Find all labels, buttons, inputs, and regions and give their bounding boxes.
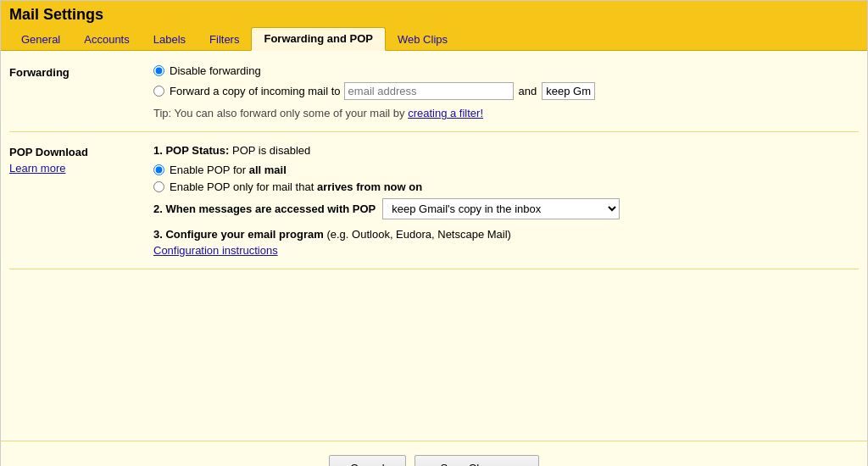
forward-copy-radio[interactable] [153, 86, 164, 97]
pop-enable-now-row: Enable POP only for mail that arrives fr… [153, 180, 859, 193]
when-messages-label: 2. When messages are accessed with POP [153, 202, 376, 215]
pop-enable-now-radio[interactable] [153, 181, 164, 192]
configure-examples: (e.g. Outlook, Eudora, Netscape Mail) [326, 228, 511, 241]
forwarding-section: Forwarding Disable forwarding Forward a … [9, 64, 859, 132]
forward-copy-label: Forward a copy of incoming mail to [170, 85, 341, 97]
forward-copy-row: Forward a copy of incoming mail to and k… [153, 82, 859, 100]
disable-forwarding-label: Disable forwarding [170, 64, 261, 77]
page-title: Mail Settings [9, 6, 859, 24]
pop-status-value: POP is disabled [232, 144, 310, 157]
main-content: Forwarding Disable forwarding Forward a … [1, 51, 867, 441]
pop-content: 1. POP Status: POP is disabled Enable PO… [153, 144, 859, 257]
keep-gmail-option: keep Gm [542, 82, 595, 100]
configure-label: 3. Configure your email program (e.g. Ou… [153, 228, 859, 241]
pop-now-bold: arrives from now on [317, 180, 422, 193]
pop-enable-now-label: Enable POP only for mail that [170, 180, 314, 193]
pop-section-label: POP Download Learn more [9, 144, 153, 257]
tab-accounts[interactable]: Accounts [72, 29, 141, 50]
forwarding-label: Forwarding [9, 64, 153, 119]
forwarding-tip: Tip: You can also forward only some of y… [153, 107, 859, 119]
pop-enable-all-row: Enable POP for all mail [153, 164, 859, 176]
learn-more-link[interactable]: Learn more [9, 162, 153, 175]
disable-forwarding-row: Disable forwarding [153, 64, 859, 77]
forwarding-content: Disable forwarding Forward a copy of inc… [153, 64, 859, 119]
pop-all-bold: all mail [249, 164, 287, 176]
page-header: Mail Settings General Accounts Labels Fi… [1, 1, 867, 51]
tab-labels[interactable]: Labels [142, 29, 198, 50]
email-address-input[interactable] [344, 82, 514, 100]
configure-title: 3. Configure your email program [153, 228, 324, 241]
pop-status-row: 1. POP Status: POP is disabled [153, 144, 859, 157]
configuration-instructions-link[interactable]: Configuration instructions [153, 244, 278, 257]
footer: Cancel Save Changes [1, 441, 867, 466]
tab-filters[interactable]: Filters [198, 29, 251, 50]
creating-filter-link[interactable]: creating a filter! [408, 107, 483, 119]
pop-enable-all-label: Enable POP for [170, 164, 246, 176]
tip-static-text: Tip: You can also forward only some of y… [153, 107, 405, 119]
pop-status-label: 1. POP Status: [153, 144, 229, 157]
tab-webclips[interactable]: Web Clips [386, 29, 459, 50]
tab-general[interactable]: General [9, 29, 72, 50]
tab-forwarding[interactable]: Forwarding and POP [251, 27, 386, 51]
disable-forwarding-radio[interactable] [153, 65, 164, 76]
pop-section: POP Download Learn more 1. POP Status: P… [9, 144, 859, 269]
tab-bar: General Accounts Labels Filters Forwardi… [9, 27, 859, 50]
and-text: and [519, 85, 537, 97]
keep-gmail-select[interactable]: keep Gmail's copy in the inbox mark Gmai… [382, 198, 620, 219]
configure-section: 3. Configure your email program (e.g. Ou… [153, 228, 859, 257]
when-messages-row: 2. When messages are accessed with POP k… [153, 198, 859, 219]
cancel-button[interactable]: Cancel [329, 455, 405, 466]
pop-enable-all-radio[interactable] [153, 164, 164, 175]
save-changes-button[interactable]: Save Changes [415, 455, 539, 466]
